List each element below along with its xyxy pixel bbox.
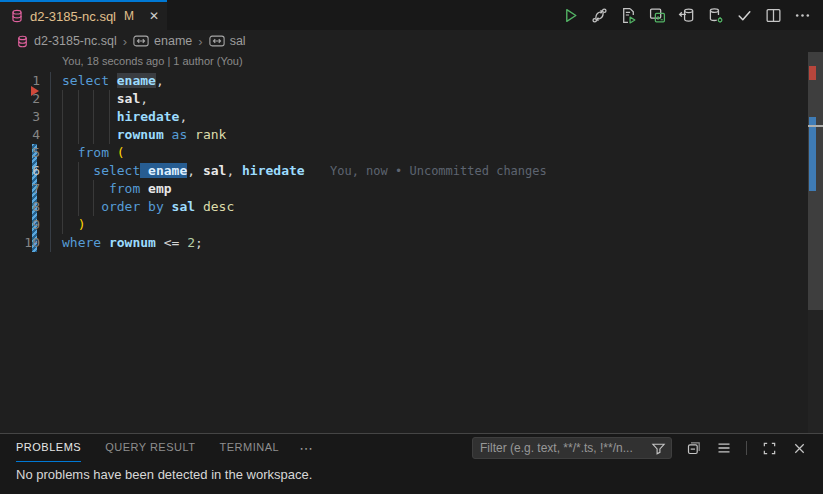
close-panel-button[interactable] [789, 438, 809, 458]
panel-tab-terminal[interactable]: TERMINAL [220, 434, 280, 462]
view-as-list-button[interactable] [714, 438, 734, 458]
code-line[interactable]: from ( [62, 144, 125, 162]
code-row: 1select ename, [0, 72, 823, 90]
indent-guide [109, 126, 110, 144]
line-number: 6 [0, 162, 40, 180]
line-number: 9 [0, 216, 40, 234]
indent-guide [62, 216, 63, 234]
database-export-icon[interactable] [675, 4, 697, 26]
code-row: 8 order by sal desc [0, 198, 823, 216]
overview-ruler-deleted-mark [809, 66, 816, 80]
database-icon [10, 9, 24, 23]
breadcrumb-file[interactable]: d2-3185-nc.sql [34, 34, 117, 48]
indent-guide [62, 144, 63, 162]
indent-guide [93, 126, 94, 144]
vscode-window: d2-3185-nc.sql M ✕ d2-3185-nc.sql › enam… [0, 0, 823, 494]
symbol-field-icon [133, 35, 149, 47]
indent-guide [78, 162, 79, 180]
indent-guide [62, 90, 63, 108]
panel-actions [684, 438, 809, 458]
line-number: 8 [0, 198, 40, 216]
breadcrumb-separator: › [198, 34, 202, 49]
code-editor: You, 18 seconds ago | 1 author (You) 1se… [0, 52, 823, 433]
code-row: 2 sal, [0, 90, 823, 108]
indent-guide [62, 162, 63, 180]
more-actions-icon[interactable] [791, 4, 813, 26]
open-terminal-icon[interactable] [646, 4, 668, 26]
indent-guide [78, 90, 79, 108]
code-line[interactable]: where rownum <= 2; [62, 234, 203, 252]
tab-modified-badge: M [124, 9, 134, 23]
overview-ruler-modified-mark [809, 117, 816, 191]
toolbar-separator [746, 441, 747, 455]
filter-funnel-icon[interactable] [651, 441, 666, 456]
code-row: 5 from ( [0, 144, 823, 162]
indent-guide [109, 90, 110, 108]
code-line[interactable]: sal, [62, 90, 148, 108]
indent-guide [78, 108, 79, 126]
editor-scrollbar [808, 52, 823, 433]
line-number: 7 [0, 180, 40, 198]
inline-git-blame: You, now • Uncommitted changes [330, 162, 547, 180]
panel-tab-problems[interactable]: PROBLEMS [16, 434, 81, 462]
code-line[interactable]: select ename, sal, hiredateYou, now • Un… [62, 162, 305, 180]
indent-guide [62, 198, 63, 216]
line-number: 5 [0, 144, 40, 162]
breadcrumb: d2-3185-nc.sql › ename › sal [0, 30, 823, 52]
breadcrumb-item-sal[interactable]: sal [230, 34, 246, 48]
problems-filter-box [472, 437, 672, 459]
indent-guide [78, 198, 79, 216]
database-icon [16, 35, 29, 48]
code-row: 6 select ename, sal, hiredateYou, now • … [0, 162, 823, 180]
breadcrumb-item-ename[interactable]: ename [154, 34, 192, 48]
indent-guide [93, 108, 94, 126]
indent-guide [62, 108, 63, 126]
editor-actions-toolbar [559, 0, 823, 30]
code-row: 10where rownum <= 2; [0, 234, 823, 252]
indent-guide [93, 180, 94, 198]
split-editor-icon[interactable] [762, 4, 784, 26]
bottom-panel: PROBLEMSQUERY RESULTTERMINAL ⋯ [0, 433, 823, 494]
code-line[interactable]: from emp [62, 180, 172, 198]
line-number: 3 [0, 108, 40, 126]
indent-guide [78, 180, 79, 198]
indent-guide [62, 180, 63, 198]
symbol-field-icon [209, 35, 225, 47]
overview-ruler-cursor-mark [808, 125, 823, 127]
problems-filter-input[interactable] [480, 441, 651, 455]
code-line[interactable]: hiredate, [62, 108, 187, 126]
explain-plan-icon[interactable] [588, 4, 610, 26]
editor-tab-sql-file[interactable]: d2-3185-nc.sql M ✕ [0, 0, 167, 30]
check-icon[interactable] [733, 4, 755, 26]
collapse-all-button[interactable] [684, 438, 704, 458]
breadcrumb-separator: › [123, 34, 127, 49]
panel-more-tabs-icon[interactable]: ⋯ [299, 440, 313, 456]
run-icon[interactable] [559, 4, 581, 26]
indent-guide [62, 126, 63, 144]
code-row: 7 from emp [0, 180, 823, 198]
indent-guide [93, 90, 94, 108]
run-script-icon[interactable] [617, 4, 639, 26]
line-number: 1 [0, 72, 40, 90]
problems-message: No problems have been detected in the wo… [0, 467, 823, 482]
indent-guide [78, 126, 79, 144]
code-line[interactable]: select ename, [62, 72, 164, 90]
panel-header: PROBLEMSQUERY RESULTTERMINAL ⋯ [0, 434, 823, 462]
code-line[interactable]: rownum as rank [62, 126, 226, 144]
line-number: 4 [0, 126, 40, 144]
tab-bar: d2-3185-nc.sql M ✕ [0, 0, 823, 30]
tab-close-icon[interactable]: ✕ [146, 8, 162, 24]
panel-tab-query-result[interactable]: QUERY RESULT [105, 434, 195, 462]
indent-guide [93, 198, 94, 216]
code-line[interactable]: ) [62, 216, 85, 234]
code-row: 9 ) [0, 216, 823, 234]
code-line[interactable]: order by sal desc [62, 198, 234, 216]
maximize-panel-button[interactable] [759, 438, 779, 458]
line-number: 10 [0, 234, 40, 252]
indent-guide [109, 108, 110, 126]
database-connection-icon[interactable] [704, 4, 726, 26]
git-blame-lens[interactable]: You, 18 seconds ago | 1 author (You) [62, 55, 243, 67]
code-area: 1select ename,2 sal,3 hiredate,4 rownum … [0, 72, 823, 252]
panel-tabs: PROBLEMSQUERY RESULTTERMINAL [16, 434, 279, 462]
tab-title: d2-3185-nc.sql [30, 9, 116, 24]
